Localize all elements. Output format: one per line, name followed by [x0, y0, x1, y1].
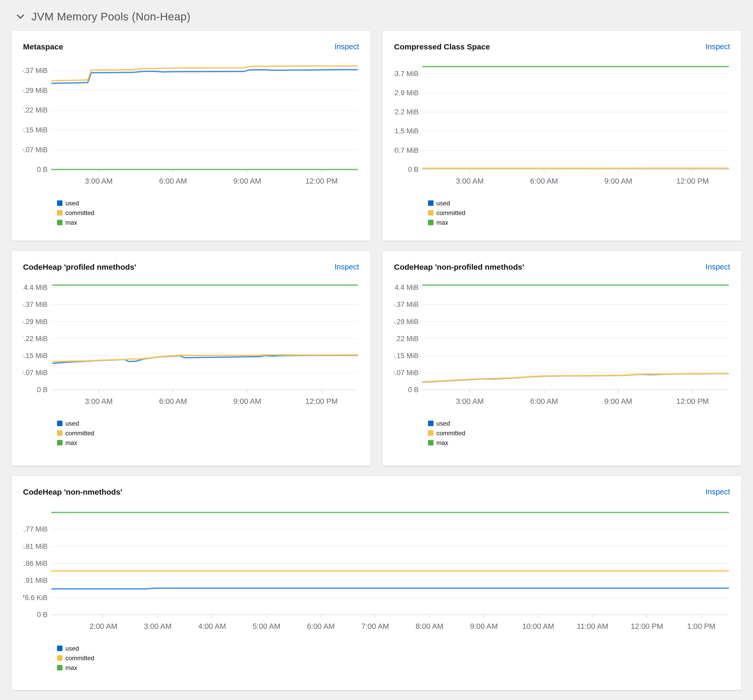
chart-title-codeheap-profiled-nmethods: CodeHeap 'profiled nmethods': [23, 262, 136, 272]
legend-label-committed: committed: [65, 655, 94, 662]
chart-plot-codeheap-profiled-nmethods: 114.4 MiB95.37 MiB76.29 MiB57.22 MiB38.1…: [23, 279, 359, 409]
legend-swatch-committed: [57, 655, 62, 661]
svg-text:95.37 MiB: 95.37 MiB: [23, 67, 48, 75]
legend-swatch-max: [428, 220, 433, 225]
svg-text:19.07 MiB: 19.07 MiB: [23, 146, 48, 154]
legend-swatch-max: [428, 440, 433, 445]
legend-label-used: used: [65, 420, 79, 427]
svg-text:12:00 PM: 12:00 PM: [677, 177, 709, 185]
chart-svg: 114.4 MiB95.37 MiB76.29 MiB57.22 MiB38.1…: [23, 279, 359, 409]
chart-card-compressed-class-space: Compressed Class Space Inspect 953.7 MiB…: [382, 31, 742, 241]
svg-text:95.37 MiB: 95.37 MiB: [23, 300, 48, 308]
legend-label-max: max: [65, 664, 77, 672]
svg-text:0 B: 0 B: [37, 166, 48, 173]
svg-text:0 B: 0 B: [37, 386, 48, 394]
chart-svg: 95.37 MiB76.29 MiB57.22 MiB38.15 MiB19.0…: [23, 59, 359, 189]
svg-text:762.9 MiB: 762.9 MiB: [394, 89, 419, 97]
legend-swatch-committed: [57, 430, 62, 436]
section-title: JVM Memory Pools (Non-Heap): [31, 11, 190, 23]
legend-label-max: max: [437, 439, 448, 447]
svg-text:3:00 AM: 3:00 AM: [85, 177, 113, 185]
chart-plot-compressed-class-space: 953.7 MiB762.9 MiB572.2 MiB381.5 MiB190.…: [394, 59, 730, 189]
svg-text:9:00 AM: 9:00 AM: [605, 177, 632, 185]
svg-text:76.29 MiB: 76.29 MiB: [23, 87, 48, 94]
legend-item-max: max: [57, 663, 730, 672]
legend-swatch-max: [57, 440, 62, 445]
chart-svg: 953.7 MiB762.9 MiB572.2 MiB381.5 MiB190.…: [394, 59, 730, 189]
svg-text:11:00 AM: 11:00 AM: [577, 622, 608, 630]
legend-label-used: used: [437, 420, 450, 427]
chart-plot-codeheap-non-nmethods: 4.77 MiB3.81 MiB2.86 MiB1.91 MiB976.6 Ki…: [23, 504, 730, 634]
legend-swatch-used: [428, 200, 433, 206]
legend-item-max: max: [57, 438, 359, 448]
inspect-link-codeheap-non-profiled-nmethods[interactable]: Inspect: [706, 262, 730, 271]
dashboard-page: JVM Memory Pools (Non-Heap) Metaspace In…: [0, 0, 753, 690]
svg-text:976.6 KiB: 976.6 KiB: [23, 594, 48, 602]
legend-item-max: max: [428, 438, 730, 448]
svg-text:57.22 MiB: 57.22 MiB: [394, 335, 419, 343]
svg-text:9:00 AM: 9:00 AM: [234, 397, 261, 405]
svg-text:1:00 PM: 1:00 PM: [687, 622, 716, 630]
svg-text:572.2 MiB: 572.2 MiB: [394, 108, 419, 116]
legend-swatch-committed: [428, 430, 433, 436]
svg-text:9:00 AM: 9:00 AM: [470, 622, 497, 630]
svg-text:38.15 MiB: 38.15 MiB: [23, 126, 48, 134]
legend-swatch-used: [57, 200, 62, 206]
svg-text:0 B: 0 B: [408, 386, 419, 394]
svg-text:6:00 AM: 6:00 AM: [530, 397, 558, 405]
svg-text:3:00 AM: 3:00 AM: [456, 397, 484, 405]
inspect-link-metaspace[interactable]: Inspect: [335, 42, 359, 51]
chart-legend: used committed max: [428, 419, 730, 448]
legend-label-used: used: [437, 200, 450, 207]
svg-text:38.15 MiB: 38.15 MiB: [394, 352, 419, 360]
legend-swatch-used: [57, 645, 62, 651]
svg-text:8:00 AM: 8:00 AM: [415, 622, 443, 630]
svg-text:9:00 AM: 9:00 AM: [605, 397, 632, 405]
section-header-jvm-memory-pools[interactable]: JVM Memory Pools (Non-Heap): [11, 7, 742, 31]
chart-card-codeheap-non-nmethods: CodeHeap 'non-nmethods' Inspect 4.77 MiB…: [11, 476, 742, 690]
chart-svg: 4.77 MiB3.81 MiB2.86 MiB1.91 MiB976.6 Ki…: [23, 504, 730, 634]
svg-text:6:00 AM: 6:00 AM: [307, 622, 335, 630]
legend-label-committed: committed: [65, 209, 94, 217]
svg-text:6:00 AM: 6:00 AM: [159, 397, 187, 405]
svg-text:3.81 MiB: 3.81 MiB: [23, 542, 48, 550]
svg-text:57.22 MiB: 57.22 MiB: [23, 335, 48, 343]
svg-text:12:00 PM: 12:00 PM: [306, 177, 338, 185]
chart-card-codeheap-profiled-nmethods: CodeHeap 'profiled nmethods' Inspect 114…: [11, 251, 371, 466]
legend-item-used: used: [428, 419, 730, 428]
legend-swatch-max: [57, 220, 62, 225]
svg-text:7:00 AM: 7:00 AM: [361, 622, 389, 630]
legend-label-committed: committed: [437, 209, 465, 217]
svg-text:1.91 MiB: 1.91 MiB: [23, 577, 48, 584]
svg-text:76.29 MiB: 76.29 MiB: [23, 318, 48, 326]
svg-text:5:00 AM: 5:00 AM: [253, 622, 280, 630]
legend-item-committed: committed: [57, 428, 359, 438]
inspect-link-compressed-class-space[interactable]: Inspect: [706, 42, 730, 51]
svg-text:9:00 AM: 9:00 AM: [234, 177, 261, 185]
svg-text:6:00 AM: 6:00 AM: [159, 177, 187, 185]
svg-text:95.37 MiB: 95.37 MiB: [394, 300, 419, 308]
svg-text:12:00 PM: 12:00 PM: [631, 622, 663, 630]
inspect-link-codeheap-profiled-nmethods[interactable]: Inspect: [335, 262, 359, 271]
legend-label-committed: committed: [65, 430, 94, 437]
svg-text:953.7 MiB: 953.7 MiB: [394, 70, 419, 78]
svg-text:4.77 MiB: 4.77 MiB: [23, 525, 48, 533]
legend-item-committed: committed: [428, 208, 730, 218]
svg-text:19.07 MiB: 19.07 MiB: [23, 369, 48, 377]
svg-text:0 B: 0 B: [408, 166, 419, 173]
legend-item-used: used: [428, 198, 730, 208]
svg-text:114.4 MiB: 114.4 MiB: [394, 284, 419, 291]
legend-label-used: used: [65, 645, 79, 652]
svg-text:57.22 MiB: 57.22 MiB: [23, 106, 48, 114]
svg-text:2.86 MiB: 2.86 MiB: [23, 559, 48, 567]
legend-swatch-used: [428, 420, 433, 426]
legend-swatch-committed: [428, 210, 433, 216]
chart-plot-codeheap-non-profiled-nmethods: 114.4 MiB95.37 MiB76.29 MiB57.22 MiB38.1…: [394, 279, 730, 409]
chart-legend: used committed max: [428, 198, 730, 227]
legend-item-max: max: [428, 218, 730, 227]
inspect-link-codeheap-non-nmethods[interactable]: Inspect: [706, 488, 730, 496]
chevron-down-icon: [16, 12, 25, 22]
legend-swatch-committed: [57, 210, 62, 216]
legend-item-max: max: [57, 218, 359, 227]
svg-text:10:00 AM: 10:00 AM: [522, 622, 554, 630]
